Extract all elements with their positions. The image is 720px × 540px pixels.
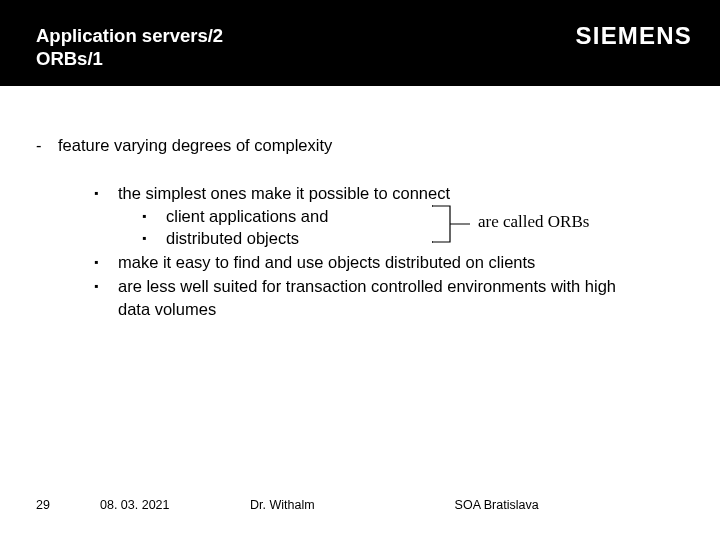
title-line-2: ORBs/1 bbox=[36, 47, 223, 70]
square-bullet-icon: ▪ bbox=[94, 251, 118, 270]
dash-icon: - bbox=[36, 134, 58, 156]
bullet-level1-text: make it easy to find and use objects dis… bbox=[118, 251, 535, 273]
bullet-level0: - feature varying degrees of complexity bbox=[36, 134, 684, 156]
title-line-1: Application servers/2 bbox=[36, 24, 223, 47]
page-number: 29 bbox=[36, 498, 100, 512]
footer-text: SOA Bratislava bbox=[455, 498, 539, 512]
brand-logo: SIEMENS bbox=[576, 22, 692, 50]
slide-header: Application servers/2 ORBs/1 SIEMENS bbox=[0, 0, 720, 86]
bullet-level1-text: the simplest ones make it possible to co… bbox=[118, 182, 450, 204]
slide-footer: 29 08. 03. 2021 Dr. Withalm SOA Bratisla… bbox=[0, 498, 720, 512]
bullet-level1-item: ▪ are less well suited for transaction c… bbox=[94, 275, 684, 320]
square-bullet-icon: ▪ bbox=[142, 205, 166, 224]
slide-body: - feature varying degrees of complexity … bbox=[0, 86, 720, 320]
bullet-level2-item: ▪ client applications and bbox=[142, 205, 450, 227]
bullet-level2-list: ▪ client applications and ▪ distributed … bbox=[142, 205, 450, 250]
annotation-text: are called ORBs bbox=[478, 211, 589, 234]
bullet-level0-text: feature varying degrees of complexity bbox=[58, 134, 332, 156]
square-bullet-icon: ▪ bbox=[94, 182, 118, 201]
bullet-level1-content: the simplest ones make it possible to co… bbox=[118, 182, 450, 249]
bullet-level2-text: client applications and bbox=[166, 205, 328, 227]
footer-date: 08. 03. 2021 bbox=[100, 498, 250, 512]
bullet-level1-item: ▪ the simplest ones make it possible to … bbox=[94, 182, 684, 249]
square-bullet-icon: ▪ bbox=[94, 275, 118, 294]
square-bullet-icon: ▪ bbox=[142, 227, 166, 246]
bullet-level1-text: are less well suited for transaction con… bbox=[118, 275, 638, 320]
bullet-level1-item: ▪ make it easy to find and use objects d… bbox=[94, 251, 684, 273]
bullet-level2-text: distributed objects bbox=[166, 227, 299, 249]
footer-author: Dr. Withalm bbox=[250, 498, 315, 512]
bullet-level2-item: ▪ distributed objects bbox=[142, 227, 450, 249]
slide-title: Application servers/2 ORBs/1 bbox=[36, 24, 223, 70]
bullet-level1-list: ▪ the simplest ones make it possible to … bbox=[94, 182, 684, 320]
